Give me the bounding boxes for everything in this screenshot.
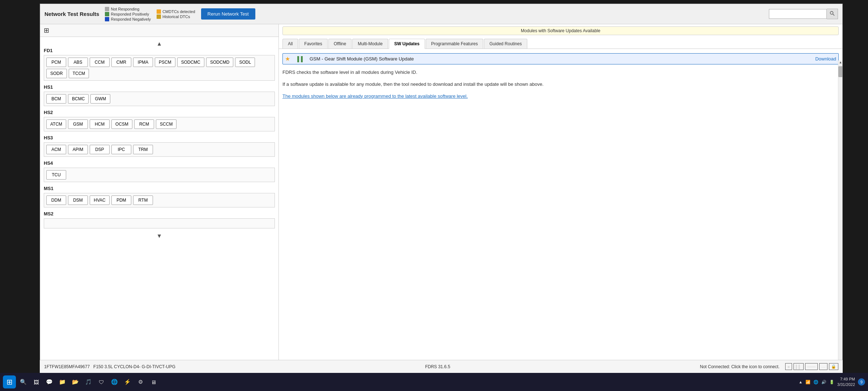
module-btn-sccm[interactable]: SCCM	[156, 119, 176, 129]
module-btn-apim[interactable]: APIM	[68, 145, 88, 154]
scrollbar-thumb[interactable]	[838, 66, 842, 77]
module-btn-atcm[interactable]: ATCM	[46, 119, 66, 129]
module-btn-pcm[interactable]: PCM	[46, 58, 66, 67]
tab-programmable-features[interactable]: Programmable Features	[426, 39, 483, 49]
module-list-item: ★▌▌GSM - Gear Shift Module (GSM) Softwar…	[282, 53, 839, 64]
module-grid-hs3: ACMAPIMDSPIPCTRM	[44, 142, 275, 157]
taskbar-file-explorer-icon[interactable]: 📁	[56, 376, 68, 388]
windows-start-button[interactable]: ⊞	[3, 375, 16, 388]
taskbar-browser-icon[interactable]: 🌐	[109, 376, 120, 388]
module-btn-dsm[interactable]: DSM	[68, 196, 88, 205]
scroll-up-arrow[interactable]: ▲	[838, 60, 842, 65]
info-link[interactable]: The modules shown below are already prog…	[282, 93, 839, 99]
scroll-up-btn[interactable]: ▲	[44, 40, 275, 48]
svg-line-1	[833, 14, 835, 16]
module-btn-pdm[interactable]: PDM	[111, 196, 131, 205]
status-icon-lock[interactable]: 🔒	[829, 363, 838, 370]
network-section-hs2: HS2ATCMGSMHCMOCSMRCMSCCM	[44, 110, 275, 131]
taskbar-settings-icon[interactable]: ⚙	[135, 376, 146, 388]
module-btn-hvac[interactable]: HVAC	[90, 196, 110, 205]
left-toolbar: ⊞	[40, 24, 278, 37]
module-btn-sodcmd[interactable]: SODCMD	[206, 58, 233, 67]
module-btn-trm[interactable]: TRM	[133, 145, 153, 154]
module-btn-cmr[interactable]: CMR	[111, 58, 131, 67]
taskbar-network-icon[interactable]: 📶	[805, 380, 810, 384]
taskbar-wifi-icon[interactable]: 🌐	[813, 380, 818, 384]
info-link-anchor[interactable]: The modules shown below are already prog…	[282, 93, 468, 99]
taskbar-chevron-icon[interactable]: ▲	[799, 380, 803, 384]
taskbar-clock[interactable]: 7:49 PM 3/31/2022	[837, 377, 855, 388]
taskbar-monitor-icon[interactable]: 🖥	[148, 376, 159, 388]
right-scrollbar[interactable]: ▲ ▼	[838, 60, 842, 380]
module-btn-pscm[interactable]: PSCM	[155, 58, 175, 67]
status-icon-group: ■ ▌▌ ═══ --- 🔒	[785, 363, 838, 370]
module-btn-gsm[interactable]: GSM	[68, 119, 88, 129]
taskbar-shield-icon[interactable]: 🛡	[95, 376, 107, 388]
status-icon-signal[interactable]: ▌▌	[793, 363, 804, 370]
module-btn-dsp[interactable]: DSP	[90, 145, 110, 154]
grid-view-icon[interactable]: ⊞	[44, 26, 49, 34]
network-section-hs1: HS1BCMBCMCGWM	[44, 84, 275, 106]
legend-dot-historical	[157, 14, 161, 19]
scroll-down-btn[interactable]: ▼	[44, 232, 275, 240]
tab-multi-module[interactable]: Multi-Module	[352, 39, 388, 49]
clock-time: 7:49 PM	[840, 377, 855, 382]
legend-not-responding: Not Responding	[105, 7, 151, 11]
taskbar-right: ▲ 📶 🌐 🔊 🔋 7:49 PM 3/31/2022 9	[799, 377, 865, 388]
taskbar-folder-icon[interactable]: 📂	[69, 376, 81, 388]
module-btn-sodcmc[interactable]: SODCMC	[177, 58, 204, 67]
module-btn-ipc[interactable]: IPC	[111, 145, 131, 154]
network-section-hs3: HS3ACMAPIMDSPIPCTRM	[44, 135, 275, 157]
download-button[interactable]: Download	[793, 56, 836, 62]
module-name-text: GSM - Gear Shift Module (GSM) Software U…	[310, 56, 791, 62]
tab-offline[interactable]: Offline	[328, 39, 352, 49]
status-icon-dash[interactable]: ---	[819, 363, 827, 370]
taskbar-chat-icon[interactable]: 💬	[43, 376, 55, 388]
module-btn-tcu[interactable]: TCU	[46, 170, 66, 180]
module-btn-sodl[interactable]: SODL	[235, 58, 255, 67]
section-label-hs3: HS3	[44, 135, 275, 140]
module-btn-ddm[interactable]: DDM	[46, 196, 66, 205]
status-icon-network[interactable]: ■	[785, 363, 792, 370]
module-btn-ocsm[interactable]: OCSM	[111, 119, 132, 129]
module-btn-tccm[interactable]: TCCM	[69, 69, 89, 78]
search-button[interactable]	[827, 9, 838, 19]
taskbar-task-view-icon[interactable]: 🖼	[30, 376, 42, 388]
module-btn-sodr[interactable]: SODR	[46, 69, 67, 78]
taskbar-battery-icon[interactable]: 🔋	[829, 380, 834, 384]
module-grid-ms2	[44, 218, 275, 228]
tab-guided-routines[interactable]: Guided Routines	[484, 39, 527, 49]
tab-all[interactable]: All	[282, 39, 298, 49]
module-btn-rtm[interactable]: RTM	[133, 196, 153, 205]
left-panel: ⊞ ▲ FD1PCMABSCCMCMRIPMAPSCMSODCMCSODCMDS…	[40, 24, 279, 380]
module-btn-hcm[interactable]: HCM	[90, 119, 110, 129]
module-btn-acm[interactable]: ACM	[46, 145, 66, 154]
section-label-ms2: MS2	[44, 211, 275, 216]
network-section-ms1: MS1DDMDSMHVACPDMRTM	[44, 186, 275, 207]
status-icon-display[interactable]: ═══	[805, 363, 818, 370]
legend-dot-cmdtc	[157, 9, 161, 14]
rerun-network-test-button[interactable]: Rerun Network Test	[201, 8, 255, 20]
taskbar-sound-icon[interactable]: 🔊	[821, 380, 826, 384]
notification-badge[interactable]: 9	[858, 378, 865, 386]
module-btn-bcm[interactable]: BCM	[46, 94, 66, 104]
section-label-fd1: FD1	[44, 48, 275, 53]
taskbar-lightning-icon[interactable]: ⚡	[122, 376, 133, 388]
legend-label-positive: Responded Positively	[111, 12, 149, 16]
module-btn-abs[interactable]: ABS	[68, 58, 88, 67]
module-grid-fd1: PCMABSCCMCMRIPMAPSCMSODCMCSODCMDSODLSODR…	[44, 55, 275, 81]
tab-favorites[interactable]: Favorites	[299, 39, 327, 49]
search-input[interactable]	[769, 9, 827, 19]
taskbar-music-icon[interactable]: 🎵	[82, 376, 94, 388]
taskbar-search-icon[interactable]: 🔍	[17, 376, 29, 388]
module-btn-bcmc[interactable]: BCMC	[68, 94, 89, 104]
module-btn-ccm[interactable]: CCM	[90, 58, 110, 67]
star-icon[interactable]: ★	[285, 55, 296, 62]
module-btn-ipma[interactable]: IPMA	[133, 58, 153, 67]
status-bar: 1FTFW1E85MFA49677 F150 3.5L CYCLON-D4- G…	[40, 360, 843, 373]
legend-right: CMDTCs detected Historical DTCs	[157, 9, 195, 19]
module-btn-rcm[interactable]: RCM	[134, 119, 154, 129]
module-btn-gwm[interactable]: GWM	[90, 94, 110, 104]
tab-sw-updates[interactable]: SW Updates	[389, 39, 425, 49]
info-text-2: If a software update is available for an…	[282, 81, 839, 88]
